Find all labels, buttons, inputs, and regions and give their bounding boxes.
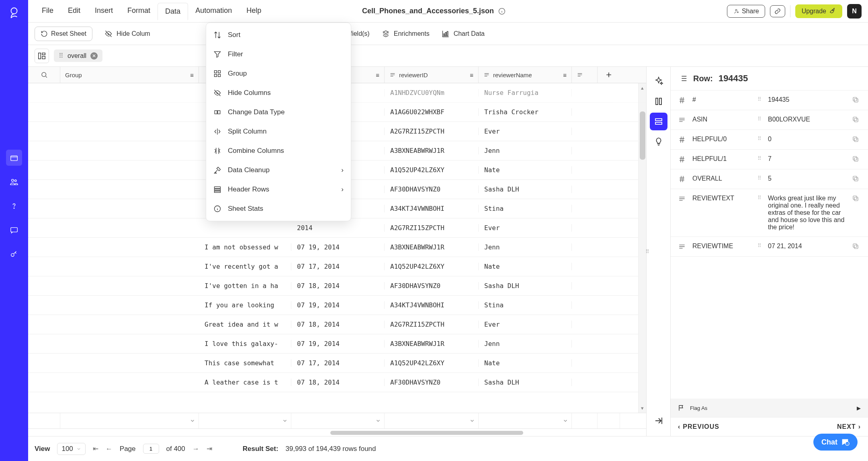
enrichments-button[interactable]: Enrichments <box>382 30 430 38</box>
first-page-icon[interactable]: ⇤ <box>93 445 98 453</box>
table-row[interactable]: I've gotten in a ha07 18, 2014AF30DHAVSY… <box>28 276 646 296</box>
copy-icon[interactable] <box>852 195 861 202</box>
dropdown-hide-columns[interactable]: Hide Columns <box>206 83 351 103</box>
prev-page-icon[interactable]: ← <box>106 445 113 453</box>
dropdown-split-column[interactable]: Split Column <box>206 122 351 141</box>
nav-box-icon[interactable] <box>6 150 22 166</box>
chip-remove-icon[interactable]: ✕ <box>90 52 98 60</box>
nav-help-icon[interactable] <box>6 198 22 214</box>
row-label: Row: <box>693 74 713 83</box>
horizontal-scrollbar[interactable] <box>57 430 638 436</box>
table-row[interactable]: If you are looking07 19, 2014A34KTJ4VWNB… <box>28 296 646 315</box>
copy-icon[interactable] <box>852 136 861 143</box>
menu-data[interactable]: Data <box>158 3 188 20</box>
grip-icon[interactable]: ⠿ <box>757 155 763 161</box>
cell-reviewername: Sasha DLH <box>479 282 572 290</box>
column-menu-icon[interactable]: ≡ <box>190 72 194 78</box>
dropdown-change-data-type[interactable]: Change Data Type <box>206 103 351 122</box>
column-reviewerid[interactable]: reviewerID ≡ <box>385 67 479 83</box>
column-group-label[interactable]: Group ≡ <box>60 67 199 83</box>
logo-icon[interactable] <box>6 5 22 21</box>
menu-automation[interactable]: Automation <box>188 2 239 20</box>
reset-sheet-button[interactable]: Reset Sheet <box>35 27 92 41</box>
link-button[interactable] <box>770 5 785 17</box>
column-group[interactable] <box>28 67 60 83</box>
grip-icon[interactable]: ⠿ <box>757 195 763 201</box>
user-avatar[interactable]: N <box>847 4 862 19</box>
last-page-icon[interactable]: ⇥ <box>207 445 212 453</box>
copy-icon[interactable] <box>852 175 861 182</box>
table-row[interactable]: Great idea and it w07 18, 2014A2G7RZI15Z… <box>28 315 646 334</box>
copy-icon[interactable] <box>852 116 861 123</box>
copy-icon[interactable] <box>852 243 861 250</box>
filter-cell[interactable] <box>199 413 291 428</box>
dropdown-header-rows[interactable]: Header Rows› <box>206 180 351 199</box>
cell-reviewtext: A leather case is t <box>199 379 291 386</box>
svg-rect-21 <box>39 53 41 59</box>
filter-chip-overall[interactable]: ⠿ overall ✕ <box>54 49 102 62</box>
table-row[interactable]: I've recently got a07 17, 2014A1Q52UP42L… <box>28 257 646 276</box>
nav-people-icon[interactable] <box>6 174 22 190</box>
table-row[interactable]: This case somewhat07 17, 2014A1Q52UP42LZ… <box>28 354 646 373</box>
column-menu-icon[interactable]: ≡ <box>470 72 473 78</box>
filter-cell[interactable] <box>572 413 598 428</box>
menu-file[interactable]: File <box>35 2 61 20</box>
column-menu-icon[interactable]: ≡ <box>376 72 379 78</box>
page-size-select[interactable]: 100 <box>57 443 85 455</box>
add-column-button[interactable] <box>598 67 620 83</box>
filter-cell[interactable] <box>479 413 572 428</box>
detail-sparkle-icon[interactable] <box>650 72 667 90</box>
column-menu-icon[interactable]: ≡ <box>563 72 567 78</box>
menu-format[interactable]: Format <box>120 2 158 20</box>
menu-help[interactable]: Help <box>239 2 268 20</box>
column-tail[interactable] <box>572 67 598 83</box>
copy-icon[interactable] <box>852 155 861 163</box>
dropdown-group[interactable]: Group <box>206 64 351 83</box>
grip-icon[interactable]: ⠿ <box>757 136 763 142</box>
copy-icon[interactable] <box>852 96 861 103</box>
vertical-scrollbar[interactable]: ▴ ▾ <box>638 83 646 413</box>
panel-resize-handle[interactable]: ⠿ <box>645 249 649 255</box>
dropdown-data-cleanup[interactable]: Data Cleanup› <box>206 161 351 180</box>
field-value: 5 <box>768 175 847 182</box>
column-reviewername[interactable]: reviewerName ≡ <box>479 67 572 83</box>
upgrade-button[interactable]: Upgrade <box>795 4 842 18</box>
dropdown-combine-columns[interactable]: Combine Columns <box>206 141 351 161</box>
nav-chat-icon[interactable] <box>6 222 22 238</box>
table-row[interactable]: I love this galaxy-07 19, 2014A3BXNEABWR… <box>28 334 646 354</box>
grip-icon[interactable]: ⠿ <box>757 96 763 102</box>
menu-insert[interactable]: Insert <box>88 2 120 20</box>
table-row[interactable]: I am not obsessed w07 19, 2014A3BXNEABWR… <box>28 238 646 257</box>
share-button[interactable]: Share <box>727 5 765 18</box>
cell-reviewername: Jenn <box>479 147 572 154</box>
filter-cell[interactable] <box>385 413 479 428</box>
detail-bulb-icon[interactable] <box>650 133 667 150</box>
page-number-input[interactable] <box>143 444 159 454</box>
chart-data-button[interactable]: Chart Data <box>442 30 485 38</box>
dropdown-sort[interactable]: Sort <box>206 25 351 45</box>
info-icon[interactable] <box>498 7 506 15</box>
collapse-panel-icon[interactable] <box>650 412 667 430</box>
filter-cell[interactable] <box>60 413 199 428</box>
layout-icon[interactable] <box>35 49 49 63</box>
previous-row-button[interactable]: ‹ PREVIOUS <box>678 423 719 430</box>
chat-button[interactable]: Chat <box>813 434 858 451</box>
next-row-button[interactable]: NEXT › <box>837 423 861 430</box>
toolbar: Reset Sheet Hide Colum d by 1 field(s) E… <box>28 23 868 45</box>
table-row[interactable]: 2014A2G7RZI15ZPCTHEver <box>28 218 646 238</box>
cell-reviewerid: AF30DHAVSYNZ0 <box>385 282 479 290</box>
grip-icon[interactable]: ⠿ <box>757 243 763 249</box>
next-page-icon[interactable]: → <box>192 445 199 453</box>
nav-key-icon[interactable] <box>6 246 22 262</box>
table-row[interactable]: A leather case is t07 18, 2014AF30DHAVSY… <box>28 373 646 392</box>
filter-cell[interactable] <box>291 413 385 428</box>
menu-edit[interactable]: Edit <box>61 2 88 20</box>
grip-icon[interactable]: ⠿ <box>757 175 763 181</box>
dropdown-filter[interactable]: Filter <box>206 45 351 64</box>
detail-columns-icon[interactable] <box>650 93 667 110</box>
grip-icon[interactable]: ⠿ <box>757 116 763 122</box>
dropdown-sheet-stats[interactable]: Sheet Stats <box>206 199 351 218</box>
flag-as-button[interactable]: Flag As ▶ <box>671 399 868 417</box>
detail-row-icon[interactable] <box>650 113 667 130</box>
hide-columns-button[interactable]: Hide Colum <box>104 30 150 38</box>
